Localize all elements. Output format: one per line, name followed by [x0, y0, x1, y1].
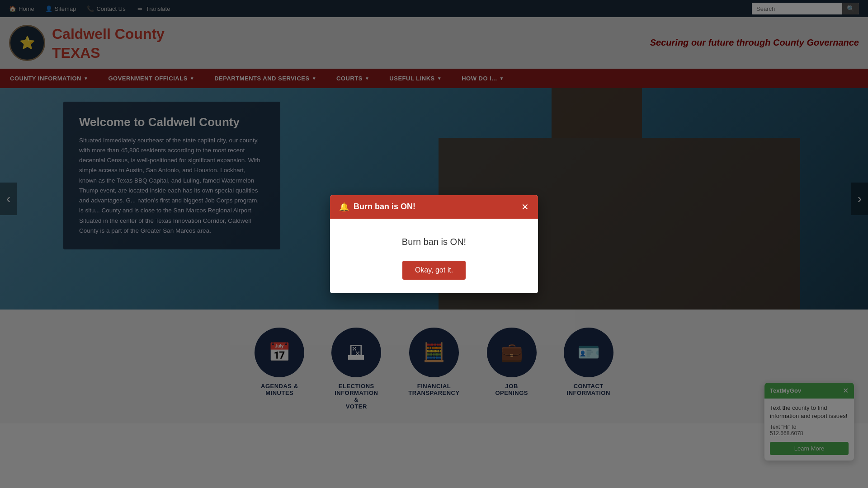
modal-header: 🔔 Burn ban is ON! ✕ — [330, 195, 538, 219]
bell-icon: 🔔 — [339, 202, 349, 212]
modal-ok-button[interactable]: Okay, got it. — [402, 261, 466, 280]
modal-close-button[interactable]: ✕ — [521, 202, 529, 212]
modal-message: Burn ban is ON! — [344, 237, 524, 247]
modal-title: 🔔 Burn ban is ON! — [339, 202, 415, 212]
modal-body: Burn ban is ON! Okay, got it. — [330, 219, 538, 293]
modal-overlay: 🔔 Burn ban is ON! ✕ Burn ban is ON! Okay… — [0, 0, 868, 488]
burn-ban-modal: 🔔 Burn ban is ON! ✕ Burn ban is ON! Okay… — [330, 195, 538, 293]
